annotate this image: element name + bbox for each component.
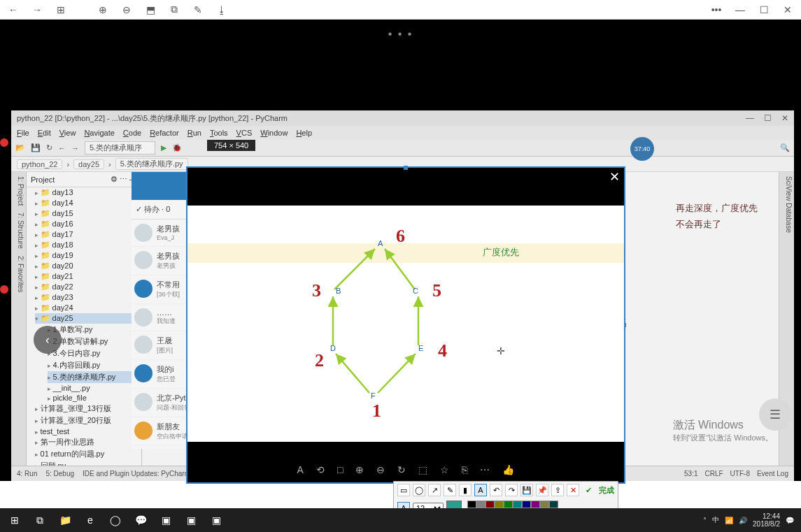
tree-folder[interactable]: 📁 day15 bbox=[35, 208, 141, 219]
refresh-icon[interactable]: ↻ bbox=[46, 143, 52, 152]
window-minimize-icon[interactable]: — bbox=[734, 3, 746, 16]
tree-file[interactable]: 2.单数写讲解.py bbox=[48, 336, 141, 347]
encoding[interactable]: UTF-8 bbox=[730, 470, 750, 477]
tree-folder[interactable]: 📁 day24 bbox=[35, 303, 141, 313]
snip-cancel-icon[interactable]: ✕ bbox=[567, 484, 579, 496]
tree-item[interactable]: 第一周作业思路 bbox=[35, 436, 141, 448]
vt-zoomin-icon[interactable]: ⊕ bbox=[355, 464, 364, 475]
carousel-prev-button[interactable]: ‹ bbox=[34, 326, 62, 354]
zoom-in-icon[interactable]: ⊕ bbox=[97, 3, 109, 16]
menu-refactor[interactable]: Refactor bbox=[150, 129, 179, 137]
project-tab[interactable]: 1: Project bbox=[13, 176, 24, 206]
search-icon[interactable]: 🔍 bbox=[780, 143, 790, 152]
tree-file[interactable]: 4.内容回顾.py bbox=[48, 359, 141, 371]
vt-star-icon[interactable]: ☆ bbox=[440, 464, 449, 475]
resize-handle-top[interactable] bbox=[404, 166, 408, 170]
vt-more-icon[interactable]: ⋯ bbox=[480, 464, 490, 475]
project-tree[interactable]: Project ⚙ ⋯ — 📁 day13📁 day14📁 day15📁 day… bbox=[27, 172, 142, 466]
chat-contact-item[interactable]: 我的i您已登 bbox=[132, 360, 194, 389]
run-config-dropdown[interactable]: 5.类的继承顺序 bbox=[85, 141, 155, 154]
snip-done-button[interactable]: 完成 bbox=[599, 485, 614, 496]
snip-redo-icon[interactable]: ↷ bbox=[505, 484, 518, 496]
viewer-close-button[interactable]: ✕ bbox=[609, 169, 620, 185]
floating-menu-button[interactable]: ☰ bbox=[759, 398, 791, 431]
color-swatch[interactable] bbox=[467, 501, 476, 508]
menu-edit[interactable]: Edit bbox=[38, 129, 51, 137]
pycharm-min-icon[interactable]: — bbox=[746, 113, 754, 123]
tray-notifications-icon[interactable]: 💬 bbox=[786, 517, 794, 524]
chat-contact-item[interactable]: ……我知道 bbox=[132, 304, 194, 331]
line-sep[interactable]: CRLF bbox=[704, 470, 723, 477]
pycharm-max-icon[interactable]: ☐ bbox=[764, 113, 772, 123]
vt-like-icon[interactable]: 👍 bbox=[502, 464, 514, 475]
snip-undo-icon[interactable]: ↶ bbox=[490, 484, 502, 496]
menu-help[interactable]: Help bbox=[296, 129, 312, 137]
window-maximize-icon[interactable]: ☐ bbox=[758, 3, 770, 16]
menu-tools[interactable]: Tools bbox=[210, 129, 228, 137]
tray-vol-icon[interactable]: 🔊 bbox=[739, 517, 747, 524]
color-swatch[interactable] bbox=[549, 501, 558, 508]
tree-file[interactable]: 5.类的继承顺序.py bbox=[48, 371, 141, 383]
tree-folder[interactable]: 📁 day18 bbox=[35, 240, 141, 250]
tree-file[interactable]: pickle_file bbox=[48, 393, 141, 403]
tool-icon-1[interactable]: ⬒ bbox=[144, 3, 157, 16]
wechat-icon[interactable]: 💬 bbox=[129, 510, 153, 531]
tree-file[interactable]: __init__.py bbox=[48, 383, 141, 393]
snip-pin-icon[interactable]: 📌 bbox=[536, 484, 548, 496]
zoom-out-icon[interactable]: ⊖ bbox=[120, 3, 133, 16]
forward-icon[interactable]: → bbox=[71, 144, 79, 152]
database-tab[interactable]: Database bbox=[785, 203, 793, 233]
pycharm-close-icon[interactable]: ✕ bbox=[781, 113, 788, 123]
app-icon[interactable]: ▣ bbox=[179, 510, 203, 531]
vt-save-icon[interactable]: ⬚ bbox=[418, 464, 427, 475]
tree-item[interactable]: 计算器_张理_20行版 bbox=[35, 415, 141, 426]
chat-contact-item[interactable]: 王晟[图片] bbox=[132, 331, 194, 360]
tree-item[interactable]: 回顾.py bbox=[35, 460, 141, 466]
crumb-project[interactable]: python_22 bbox=[17, 159, 62, 169]
debug-icon[interactable]: 🐞 bbox=[172, 143, 182, 152]
vt-refresh-icon[interactable]: ↻ bbox=[397, 464, 406, 475]
tree-folder[interactable]: 📁 day23 bbox=[35, 292, 141, 303]
tree-item[interactable]: 01 return的问题.py bbox=[35, 448, 141, 460]
tool-icon-2[interactable]: ⧉ bbox=[168, 3, 180, 16]
sciview-tab[interactable]: SciView bbox=[785, 176, 793, 201]
tree-folder[interactable]: 📁 day14 bbox=[35, 198, 141, 208]
tree-folder[interactable]: 📁 day17 bbox=[35, 229, 141, 240]
vt-fit-icon[interactable]: □ bbox=[337, 464, 343, 475]
save-icon[interactable]: 💾 bbox=[31, 143, 41, 152]
tree-folder[interactable]: 📁 day21 bbox=[35, 271, 141, 282]
tray-net-icon[interactable]: 📶 bbox=[725, 517, 733, 524]
tree-item[interactable]: test_test bbox=[35, 426, 141, 436]
snip-highlight-icon[interactable]: ▮ bbox=[459, 484, 472, 496]
structure-tab[interactable]: 7: Structure bbox=[13, 213, 24, 249]
pycharm-menubar[interactable]: File Edit View Navigate Code Refactor Ru… bbox=[11, 126, 794, 140]
menu-view[interactable]: View bbox=[59, 129, 76, 137]
tray-up-icon[interactable]: ˄ bbox=[703, 517, 707, 524]
tree-folder[interactable]: 📁 day19 bbox=[35, 250, 141, 261]
color-swatch[interactable] bbox=[485, 501, 495, 508]
open-icon[interactable]: 📂 bbox=[15, 143, 25, 152]
chrome-icon[interactable]: ◯ bbox=[104, 510, 127, 531]
color-swatch[interactable] bbox=[495, 501, 504, 508]
chat-contact-item[interactable]: 北京-Python学院问题-和回答里面 bbox=[132, 389, 194, 417]
color-swatch[interactable] bbox=[531, 501, 540, 508]
vt-zoomout-icon[interactable]: ⊖ bbox=[376, 464, 385, 475]
color-swatch[interactable] bbox=[504, 501, 513, 508]
app-icon-2[interactable]: ▣ bbox=[204, 510, 228, 531]
chat-todo-row[interactable]: ✓ 待办 · 0 bbox=[132, 200, 194, 220]
pycharm-left-gutter[interactable]: 1: Project 7: Structure 2: Favorites bbox=[11, 172, 27, 466]
color-swatch[interactable] bbox=[540, 501, 549, 508]
taskview-icon[interactable]: ⧉ bbox=[28, 510, 52, 531]
color-swatch[interactable] bbox=[522, 501, 531, 508]
chat-contact-item[interactable]: 不常用[36个联] bbox=[132, 275, 194, 304]
tree-folder[interactable]: 📁 day25 bbox=[35, 313, 141, 324]
vt-text-icon[interactable]: A bbox=[297, 464, 304, 475]
debug-tab-button[interactable]: 5: Debug bbox=[45, 470, 74, 477]
menu-code[interactable]: Code bbox=[123, 129, 141, 137]
snip-share-icon[interactable]: ⇪ bbox=[551, 484, 564, 496]
menu-vcs[interactable]: VCS bbox=[236, 129, 253, 137]
window-close-icon[interactable]: ✕ bbox=[781, 3, 794, 16]
crumb-file[interactable]: 5.类的继承顺序.py bbox=[115, 158, 188, 170]
snip-arrow-icon[interactable]: ↗ bbox=[428, 484, 441, 496]
apps-grid-icon[interactable]: ⊞ bbox=[55, 3, 67, 16]
